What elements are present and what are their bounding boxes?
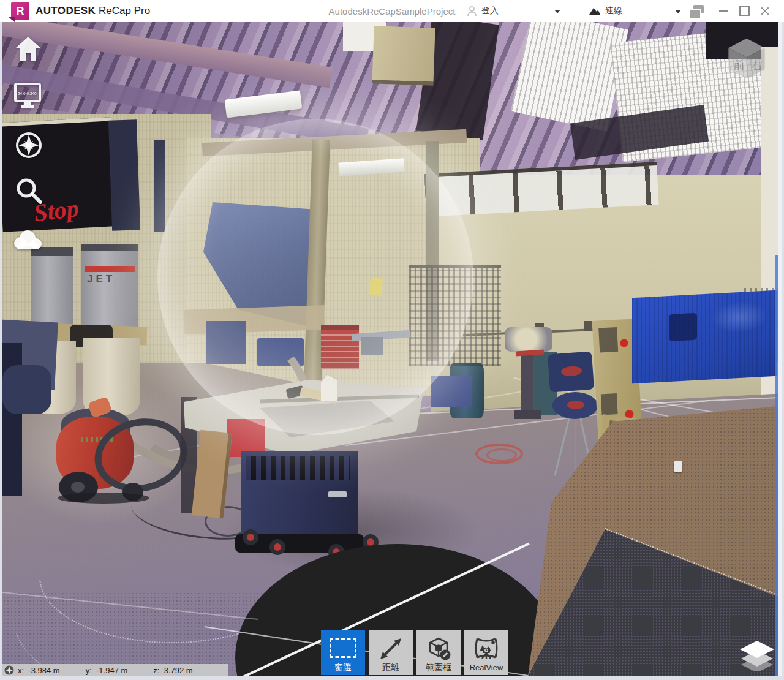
title-bar: R AUTODESK ReCap Pro AutodeskReCapSample…: [0, 0, 784, 22]
x-label: x:: [18, 666, 24, 675]
window-select-label: 窗選: [334, 663, 352, 672]
bench-small-object: [674, 461, 682, 472]
coordinate-status-bar: x: -3.984 m y: -1.947 m z: 3.792 m: [2, 664, 228, 676]
bounding-box-icon: [425, 636, 452, 663]
maximize-glyph: [739, 6, 750, 16]
origin-icon: [4, 665, 14, 675]
sign-in-dropdown-caret[interactable]: [554, 10, 560, 13]
connect-icon: [588, 7, 601, 16]
viewcube-front-label: 前: [733, 58, 745, 74]
bounding-box-label: 範圍框: [426, 663, 451, 672]
viewcube-right-label: 右: [751, 58, 763, 74]
connect-dropdown-caret[interactable]: [675, 10, 681, 13]
connect-button[interactable]: 連線: [605, 6, 622, 17]
distance-label: 距離: [382, 663, 399, 672]
version-text: 24.0.0.240: [18, 91, 37, 96]
scene-grinder-foot: [514, 410, 541, 419]
realview-label: RealView: [470, 663, 503, 672]
sign-in-button[interactable]: 登入: [481, 6, 499, 17]
scene-blue-bench: [431, 376, 472, 407]
scene-dark-pipe: [154, 140, 165, 232]
caster-wheel: [247, 534, 254, 541]
scene-chair-seat: [552, 392, 598, 419]
z-value: 3.792 m: [164, 666, 193, 675]
scene-chair-back: [548, 352, 594, 393]
y-value: -1.947 m: [96, 666, 127, 675]
recap-pro-window: R AUTODESK ReCap Pro AutodeskReCapSample…: [0, 0, 784, 680]
distance-icon: [378, 636, 404, 662]
z-label: z:: [153, 666, 159, 675]
bounding-box-button[interactable]: 範圍框: [417, 630, 461, 675]
scene-duct: [372, 26, 435, 85]
close-button[interactable]: [758, 5, 772, 17]
distance-button[interactable]: 距離: [369, 630, 413, 675]
lathe-panel: [601, 393, 618, 415]
minimize-button[interactable]: [717, 5, 730, 17]
scene-dust-collector-drum: [31, 247, 74, 333]
scan-location-sphere[interactable]: [157, 119, 473, 435]
maximize-button[interactable]: [737, 5, 751, 17]
x-value: -3.984 m: [28, 666, 59, 675]
cloud-button[interactable]: [11, 228, 44, 251]
monitor-icon: [13, 82, 42, 109]
scene-red-hose-coil: [486, 448, 517, 462]
viewcube[interactable]: 前 右: [723, 37, 771, 80]
zoom-search-button[interactable]: [15, 176, 43, 205]
chair-red-paint: [567, 401, 584, 409]
saw-brand-plate: [328, 491, 347, 497]
minimize-glyph: [719, 10, 728, 12]
lathe-red-button: [620, 339, 628, 347]
window-select-icon: [330, 638, 356, 658]
lathe-panel: [598, 327, 618, 353]
caster-wheel: [274, 543, 281, 551]
navigation-compass-button[interactable]: [15, 131, 43, 159]
y-label: y:: [86, 666, 92, 675]
collector-jet-label: JET: [87, 273, 115, 285]
user-icon: [467, 6, 477, 17]
wheel-hub: [71, 482, 85, 493]
project-name: AutodeskReCapSampleProject: [0, 6, 784, 17]
chat-bubble-front: [688, 9, 701, 20]
scene-dark-pipe: [108, 119, 140, 230]
collector-red-band: [85, 266, 135, 272]
scene-dark-sack: [2, 365, 51, 414]
realview-icon: [472, 636, 500, 662]
scene-blue-panel: [632, 290, 777, 383]
realview-button[interactable]: RealView: [464, 630, 508, 675]
feedback-chat-icon[interactable]: [688, 5, 707, 18]
saw-base-vents: [246, 456, 350, 480]
window-select-button[interactable]: 窗選: [321, 630, 365, 675]
lathe-red-button: [625, 410, 634, 419]
layers-button[interactable]: [737, 636, 777, 671]
scene-bench-grinder: [505, 327, 552, 352]
point-cloud-viewport[interactable]: Stop: [2, 22, 782, 676]
blue-panel-texture: [632, 290, 777, 383]
scene-blue-edge-line: [775, 255, 778, 676]
display-settings-button[interactable]: 24.0.0.240: [13, 82, 42, 109]
scene-right-edge: [778, 22, 782, 676]
saw-caster: [270, 539, 285, 555]
home-button[interactable]: [13, 36, 43, 62]
saw-caster: [243, 529, 258, 545]
chair-red-paint: [560, 366, 582, 377]
close-glyph: [760, 6, 770, 16]
